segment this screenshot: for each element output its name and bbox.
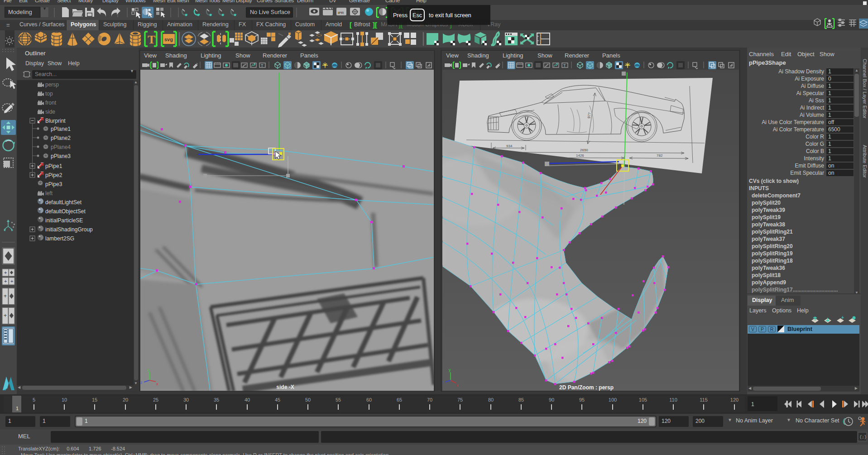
svg-text:782: 782 — [657, 153, 663, 158]
svg-text:+: + — [4, 312, 7, 319]
svg-text:y: y — [449, 368, 451, 372]
svg-text:1: 1 — [16, 406, 19, 411]
svg-text:55: 55 — [336, 397, 341, 402]
svg-text:Lighting: Lighting — [201, 52, 221, 59]
svg-text:1: 1 — [751, 401, 754, 407]
svg-text:70: 70 — [427, 397, 432, 402]
svg-text:x: x — [456, 383, 459, 388]
svg-text:45: 45 — [275, 397, 280, 402]
svg-text:934: 934 — [506, 144, 513, 148]
svg-text:IPR: IPR — [338, 11, 344, 15]
svg-text:View: View — [446, 52, 459, 59]
svg-text:115: 115 — [700, 397, 708, 402]
svg-text:side -X: side -X — [276, 384, 294, 390]
svg-text:20: 20 — [123, 397, 128, 402]
svg-text:100: 100 — [609, 397, 617, 402]
svg-text:View: View — [144, 52, 157, 59]
svg-text:75: 75 — [457, 397, 463, 402]
svg-text:5: 5 — [33, 397, 35, 402]
svg-text:30: 30 — [183, 397, 189, 402]
svg-text:10: 10 — [62, 397, 67, 402]
svg-text:80: 80 — [488, 397, 494, 402]
svg-text:y: y — [148, 368, 150, 372]
svg-text:{;}: {;} — [859, 435, 867, 440]
svg-text:T: T — [261, 63, 264, 68]
svg-text:svg: svg — [164, 37, 173, 42]
svg-text:+: + — [841, 315, 844, 320]
svg-text:90: 90 — [549, 397, 554, 402]
svg-text:120: 120 — [730, 397, 739, 402]
svg-text:2D Pan/Zoom : persp: 2D Pan/Zoom : persp — [559, 384, 614, 391]
svg-text:Shading: Shading — [165, 52, 187, 59]
svg-text:35: 35 — [214, 397, 219, 402]
svg-text:50: 50 — [305, 397, 311, 402]
svg-text:85: 85 — [518, 397, 524, 402]
svg-text:15: 15 — [92, 397, 97, 402]
svg-text:Show: Show — [235, 52, 250, 59]
svg-text:z: z — [140, 380, 143, 385]
svg-text:60: 60 — [366, 397, 372, 402]
svg-text:x: x — [156, 382, 158, 386]
svg-text:+: + — [4, 293, 7, 299]
svg-text:T: T — [148, 33, 155, 46]
svg-text:105: 105 — [639, 397, 647, 402]
svg-text:+: + — [4, 278, 7, 284]
svg-text:Renderer: Renderer — [565, 52, 590, 59]
svg-text:+: + — [10, 278, 13, 284]
svg-text:Panels: Panels — [602, 52, 620, 59]
svg-text:1426: 1426 — [576, 153, 584, 158]
svg-text:2650: 2650 — [580, 148, 588, 152]
svg-text:65: 65 — [397, 397, 402, 402]
svg-text:25: 25 — [153, 397, 158, 402]
svg-text:Show: Show — [537, 52, 552, 59]
svg-text:110: 110 — [669, 397, 677, 402]
svg-text:Lighting: Lighting — [503, 52, 523, 59]
svg-text:+: + — [4, 270, 7, 275]
svg-text:40: 40 — [245, 397, 250, 402]
svg-text:T: T — [563, 63, 566, 68]
svg-text:Shading: Shading — [467, 52, 489, 59]
svg-text:Panels: Panels — [300, 52, 318, 59]
svg-text:Renderer: Renderer — [263, 52, 288, 59]
svg-text:95: 95 — [579, 397, 585, 402]
